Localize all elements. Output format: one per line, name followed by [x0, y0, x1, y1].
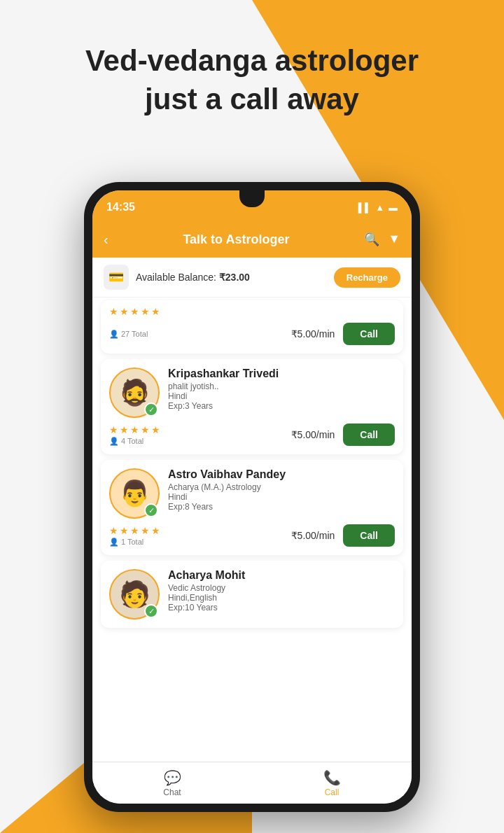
card-bottom-1: ★ ★ ★ ★ ★ 👤 1 Total: [109, 524, 395, 547]
avatar-wrap-0: 🧔 ✓: [109, 368, 160, 418]
app-header: ‹ Talk to Astrologer 🔍 ▼: [92, 221, 412, 258]
balance-left: 💳 Available Balance: ₹23.00: [104, 265, 250, 290]
stars-1: ★ ★ ★ ★ ★: [109, 525, 160, 536]
astro-exp-1: Exp:8 Years: [168, 502, 395, 512]
astro-lang-1: Hindi: [168, 492, 395, 502]
card-top-2: 🧑 ✓ Acharya Mohit Vedic Astrology Hindi,…: [109, 569, 395, 620]
partial-price: ₹5.00/min: [291, 328, 335, 340]
astro-spec-0: phalit jyotish..: [168, 382, 395, 391]
astro-info-0: Kripashankar Trivedi phalit jyotish.. Hi…: [168, 368, 395, 411]
recharge-button[interactable]: Recharge: [334, 267, 400, 288]
card-top-1: 👨 ✓ Astro Vaibhav Pandey Acharya (M.A.) …: [109, 468, 395, 519]
partial-price-call: ₹5.00/min Call: [291, 323, 395, 345]
wallet-icon: 💳: [104, 265, 129, 290]
star-4: ★: [141, 306, 150, 317]
partial-stars-row: ★ ★ ★ ★ ★: [109, 306, 395, 317]
filter-icon[interactable]: ▼: [388, 232, 400, 247]
headline-section: Ved-vedanga astrologer just a call away: [0, 42, 504, 118]
avatar-wrap-2: 🧑 ✓: [109, 569, 160, 620]
astro-lang-2: Hindi,English: [168, 593, 395, 603]
bottom-left-0: ★ ★ ★ ★ ★ 👤 4 Total: [109, 424, 160, 446]
star-2: ★: [120, 306, 129, 317]
nav-call[interactable]: 📞 Call: [252, 769, 412, 797]
phone-screen: 14:35 ▌▌ ▲ ▬ ‹ Talk to Astrologer 🔍 ▼: [92, 190, 412, 804]
status-icons: ▌▌ ▲ ▬: [358, 202, 398, 213]
astro-info-1: Astro Vaibhav Pandey Acharya (M.A.) Astr…: [168, 468, 395, 512]
astro-name-2: Acharya Mohit: [168, 569, 395, 582]
total-0: 👤 4 Total: [109, 437, 160, 446]
bottom-nav: 💬 Chat 📞 Call: [92, 762, 412, 804]
card-bottom-0: ★ ★ ★ ★ ★ 👤 4 Total: [109, 424, 395, 446]
search-icon[interactable]: 🔍: [364, 232, 379, 247]
star-3: ★: [130, 306, 139, 317]
phone-frame: 14:35 ▌▌ ▲ ▬ ‹ Talk to Astrologer 🔍 ▼: [84, 182, 420, 812]
header-action-icons: 🔍 ▼: [364, 232, 400, 247]
call-nav-label: Call: [325, 788, 340, 797]
partial-card: ★ ★ ★ ★ ★ 👤 27 Total: [101, 300, 403, 354]
astrologer-card-1: 👨 ✓ Astro Vaibhav Pandey Acharya (M.A.) …: [101, 460, 403, 555]
avatar-wrap-1: 👨 ✓: [109, 468, 160, 519]
astrologer-list: ★ ★ ★ ★ ★ 👤 27 Total: [92, 298, 412, 762]
astro-info-2: Acharya Mohit Vedic Astrology Hindi,Engl…: [168, 569, 395, 612]
card-top-0: 🧔 ✓ Kripashankar Trivedi phalit jyotish.…: [109, 368, 395, 418]
signal-icon: ▌▌: [358, 202, 371, 213]
back-button[interactable]: ‹: [104, 232, 108, 248]
astro-exp-2: Exp:10 Years: [168, 603, 395, 612]
partial-call-button[interactable]: Call: [343, 323, 395, 345]
bottom-left-1: ★ ★ ★ ★ ★ 👤 1 Total: [109, 525, 160, 547]
astro-name-1: Astro Vaibhav Pandey: [168, 468, 395, 481]
phone-mockup: 14:35 ▌▌ ▲ ▬ ‹ Talk to Astrologer 🔍 ▼: [84, 182, 420, 812]
chat-label: Chat: [163, 788, 181, 797]
nav-chat[interactable]: 💬 Chat: [92, 769, 252, 797]
partial-total: 👤 27 Total: [109, 330, 148, 339]
verified-badge-0: ✓: [144, 402, 158, 416]
call-nav-icon: 📞: [323, 769, 341, 786]
total-1: 👤 1 Total: [109, 538, 160, 547]
partial-bottom-left: 👤 27 Total: [109, 330, 148, 339]
partial-card-bottom: 👤 27 Total ₹5.00/min Call: [109, 323, 395, 345]
star-5: ★: [151, 306, 160, 317]
battery-icon: ▬: [388, 202, 398, 213]
price-0: ₹5.00/min: [291, 429, 335, 440]
astro-name-0: Kripashankar Trivedi: [168, 368, 395, 380]
verified-badge-2: ✓: [144, 604, 158, 618]
stars-0: ★ ★ ★ ★ ★: [109, 424, 160, 435]
status-time: 14:35: [106, 201, 135, 214]
star-1: ★: [109, 306, 118, 317]
balance-bar: 💳 Available Balance: ₹23.00 Recharge: [92, 258, 412, 298]
astro-lang-0: Hindi: [168, 391, 395, 401]
astro-spec-2: Vedic Astrology: [168, 583, 395, 593]
price-call-0: ₹5.00/min Call: [291, 424, 395, 446]
partial-stars: ★ ★ ★ ★ ★: [109, 306, 160, 317]
price-call-1: ₹5.00/min Call: [291, 524, 395, 547]
call-button-0[interactable]: Call: [343, 424, 395, 446]
astrologer-card-0: 🧔 ✓ Kripashankar Trivedi phalit jyotish.…: [101, 359, 403, 454]
headline-text: Ved-vedanga astrologer just a call away: [28, 42, 476, 118]
astro-exp-0: Exp:3 Years: [168, 401, 395, 411]
wifi-icon: ▲: [375, 202, 384, 213]
chat-icon: 💬: [164, 769, 181, 786]
header-title: Talk to Astrologer: [183, 232, 289, 247]
balance-text: Available Balance: ₹23.00: [136, 272, 250, 283]
verified-badge-1: ✓: [144, 503, 158, 517]
call-button-1[interactable]: Call: [343, 524, 395, 547]
astrologer-card-2: 🧑 ✓ Acharya Mohit Vedic Astrology Hindi,…: [101, 561, 403, 628]
astro-spec-1: Acharya (M.A.) Astrology: [168, 482, 395, 492]
price-1: ₹5.00/min: [291, 530, 335, 541]
